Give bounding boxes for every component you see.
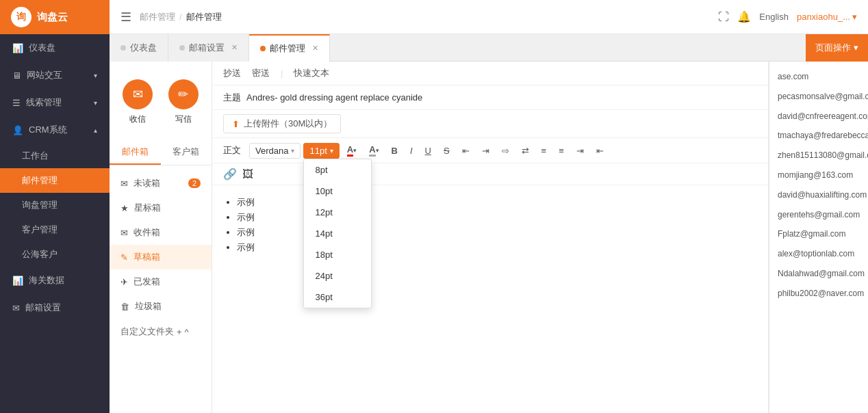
font-size-12pt[interactable]: 12pt [304, 202, 371, 223]
contact-item[interactable]: david@cnfreereagent.com [769, 107, 868, 126]
unordered-list-button[interactable]: ≡ [537, 144, 552, 158]
upload-attachment-button[interactable]: ⬆ 上传附件（30M以内） [223, 114, 341, 133]
folder-trash[interactable]: 🗑 垃圾箱 [110, 294, 212, 319]
bold-button[interactable]: B [387, 144, 403, 158]
compose-editor[interactable]: 示例 示例 示例 示例 [212, 185, 768, 413]
user-name: panxiaohu_... [797, 12, 850, 22]
unread-badge: 2 [188, 178, 201, 188]
sidebar-item-inquiry[interactable]: 询盘管理 [0, 193, 110, 217]
font-size-14pt[interactable]: 14pt [304, 223, 371, 244]
folder-inbox[interactable]: ✉ 收件箱 [110, 220, 212, 245]
tab-customer-box[interactable]: 客户箱 [161, 140, 212, 165]
align-right-button[interactable]: ⇨ [497, 144, 514, 158]
subject-input[interactable] [246, 90, 757, 105]
font-size-18pt[interactable]: 18pt [304, 244, 371, 265]
contact-item[interactable]: alex@toptionlab.com [769, 244, 868, 264]
sidebar-item-label: 线索管理 [26, 96, 62, 109]
align-center-button[interactable]: ⇥ [477, 144, 494, 158]
sidebar-item-public-customer[interactable]: 公海客户 [0, 242, 110, 267]
contact-item[interactable]: zhen815113080@gmail.com [769, 146, 868, 165]
receive-icon: ✉ [123, 79, 153, 109]
folder-label: 未读箱 [133, 177, 160, 189]
italic-button[interactable]: I [405, 144, 418, 158]
sidebar-item-crm[interactable]: 👤 CRM系统 ▴ [0, 116, 110, 144]
bcc-button[interactable]: 密送 [252, 67, 270, 79]
image-icon[interactable]: 🖼 [242, 168, 253, 181]
align-left-icon: ⇤ [462, 146, 470, 156]
sidebar-item-customs-data[interactable]: 📊 海关数据 [0, 267, 110, 294]
contact-item[interactable]: ase.com [769, 67, 868, 87]
contact-item[interactable]: Fplatz@gmail.com [769, 224, 868, 244]
font-family-value: Verdana [255, 146, 288, 156]
font-size-select[interactable]: 11pt ▾ [303, 143, 339, 159]
hamburger-icon[interactable]: ☰ [120, 10, 131, 25]
link-icon[interactable]: 🔗 [223, 168, 237, 181]
tab-mailbox[interactable]: 邮件箱 [110, 140, 161, 165]
sidebar-item-label: 公海客户 [22, 248, 58, 261]
cc-button[interactable]: 抄送 [223, 67, 241, 79]
font-size-value: 11pt [309, 146, 327, 156]
tab-close-icon[interactable]: ✕ [312, 44, 318, 53]
folder-drafts[interactable]: ✎ 草稿箱 [110, 245, 212, 269]
language-selector[interactable]: English [759, 12, 789, 22]
sidebar-item-workbench[interactable]: 工作台 [0, 144, 110, 168]
sidebar-item-web-interaction[interactable]: 🖥 网站交互 ▾ [0, 62, 110, 89]
sidebar-item-dashboard[interactable]: 📊 仪表盘 [0, 34, 110, 62]
outdent-button[interactable]: ⇤ [591, 144, 609, 158]
sidebar-item-label: 邮件管理 [22, 174, 58, 187]
font-size-10pt[interactable]: 10pt [304, 181, 371, 202]
font-size-36pt[interactable]: 36pt [304, 287, 371, 308]
sidebar: 询 询盘云 📊 仪表盘 🖥 网站交互 ▾ ☰ 线索管理 ▾ 👤 CRM系统 ▴ … [0, 0, 110, 413]
quick-text-button[interactable]: 快速文本 [294, 67, 329, 79]
expand-icon[interactable]: ⛶ [718, 11, 729, 23]
contact-item[interactable]: philbu2002@naver.com [769, 284, 868, 304]
font-size-8pt[interactable]: 8pt [304, 159, 371, 181]
bg-color-icon: A [369, 144, 375, 157]
justify-button[interactable]: ⇄ [517, 144, 534, 158]
contact-item[interactable]: david@huaxialifting.com [769, 185, 868, 205]
page-action-button[interactable]: 页面操作 ▾ [806, 34, 868, 62]
font-family-select[interactable]: Verdana ▾ [249, 143, 301, 159]
align-center-icon: ⇥ [482, 146, 489, 156]
folder-starred[interactable]: ★ 星标箱 [110, 196, 212, 220]
folder-unread[interactable]: ✉ 未读箱 2 [110, 171, 212, 196]
compose-button[interactable]: ✏ 写信 [162, 72, 205, 132]
tab-mailbox-settings[interactable]: 邮箱设置 ✕ [168, 34, 249, 62]
font-size-24pt[interactable]: 24pt [304, 265, 371, 287]
bg-color-button[interactable]: A ▾ [364, 142, 383, 159]
folder-sent[interactable]: ✈ 已发箱 [110, 269, 212, 294]
contact-item[interactable]: Ndalahwad@gmail.com [769, 264, 868, 284]
upload-attachment-row: ⬆ 上传附件（30M以内） [212, 110, 768, 138]
sidebar-item-mail[interactable]: 邮件管理 [0, 168, 110, 193]
strikethrough-button[interactable]: S [439, 144, 455, 158]
receive-button[interactable]: ✉ 收信 [116, 72, 159, 132]
contact-item[interactable]: pecasmonsalve@gmail.com [769, 87, 868, 107]
add-folder-icon[interactable]: + [177, 327, 182, 337]
sidebar-item-customer[interactable]: 客户管理 [0, 217, 110, 242]
justify-icon: ⇄ [522, 146, 529, 156]
collapse-icon[interactable]: ^ [185, 327, 189, 337]
contact-item[interactable]: gerentehs@gmail.com [769, 205, 868, 225]
sidebar-item-leads[interactable]: ☰ 线索管理 ▾ [0, 89, 110, 116]
logo[interactable]: 询 询盘云 [0, 0, 110, 34]
tab-close-icon[interactable]: ✕ [231, 43, 238, 52]
tab-dot [120, 45, 126, 51]
contact-item[interactable]: tmachaya@fredarebecca.co.zw [769, 126, 868, 146]
breadcrumb-parent: 邮件管理 [140, 11, 175, 23]
user-menu[interactable]: panxiaohu_... ▾ [797, 12, 857, 22]
bell-icon[interactable]: 🔔 [737, 10, 751, 23]
ordered-list-button[interactable]: ≡ [554, 144, 569, 158]
contact-item[interactable]: momjiang@163.com [769, 165, 868, 185]
underline-button[interactable]: U [420, 144, 436, 158]
bar-chart-icon: 📊 [12, 276, 23, 286]
chevron-down-icon: ▾ [94, 99, 97, 107]
font-size-dropdown-container: 11pt ▾ 8pt 10pt 12pt 14pt 18pt 24pt 36pt [303, 143, 339, 159]
sidebar-item-mailbox-settings[interactable]: ✉ 邮箱设置 [0, 294, 110, 321]
font-color-button[interactable]: A ▾ [342, 142, 361, 159]
compose-icon: ✏ [168, 79, 199, 109]
align-left-button[interactable]: ⇤ [457, 144, 474, 158]
mail-icon: ✉ [12, 303, 20, 313]
tab-dashboard[interactable]: 仪表盘 [110, 34, 168, 62]
indent-button[interactable]: ⇥ [572, 144, 589, 158]
tab-mail-management[interactable]: 邮件管理 ✕ [249, 34, 330, 62]
